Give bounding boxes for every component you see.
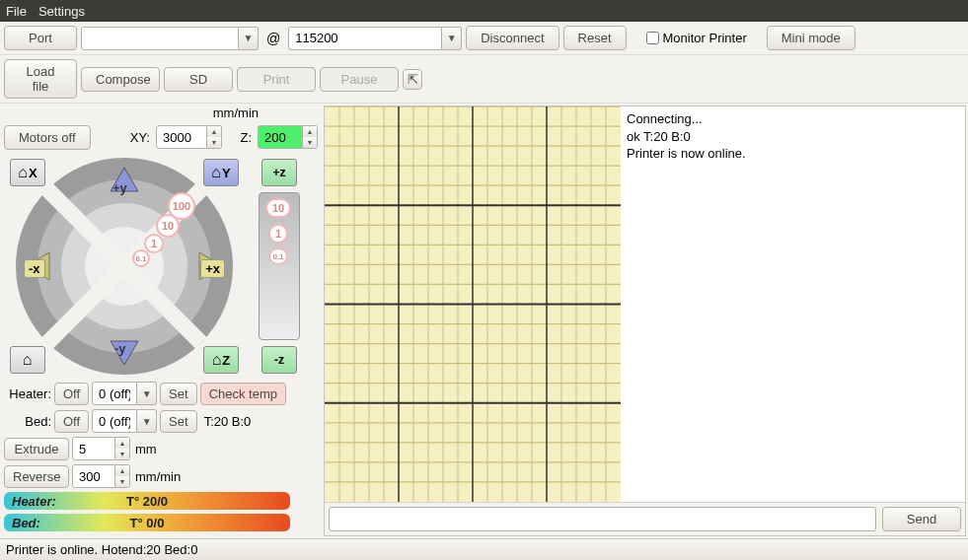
send-button[interactable]: Send — [882, 507, 961, 531]
heater-label: Heater: — [4, 386, 51, 401]
plus-x-label[interactable]: +x — [200, 259, 225, 278]
toolbar-connection: Port ▼ @ ▼ Disconnect Reset Monitor Prin… — [0, 22, 968, 55]
xy-label: XY: — [126, 130, 150, 145]
reverse-button[interactable]: Reverse — [4, 465, 69, 488]
left-panel: mm/min Motors off XY: ▲▼ Z: ▲▼ — [0, 104, 322, 538]
z-label: Z: — [228, 130, 252, 145]
load-file-button[interactable]: Load file — [4, 59, 77, 99]
z-step-10-badge[interactable]: 10 — [265, 198, 291, 218]
heater-temp-bar: Heater:T° 20/0 — [4, 492, 290, 510]
z-step-1-badge[interactable]: 1 — [268, 224, 288, 244]
reset-button[interactable]: Reset — [563, 26, 627, 50]
xy-feed-spinner[interactable]: ▲▼ — [207, 125, 222, 149]
port-button[interactable]: Port — [4, 26, 77, 50]
extrude-len-input[interactable] — [72, 437, 115, 460]
z-jog-column: +z 10 1 0.1 -z — [251, 153, 308, 380]
home-y-button[interactable]: Y — [203, 159, 239, 186]
console-output: Connecting... ok T:20 B:0 Printer is now… — [621, 106, 965, 502]
xy-feed-input[interactable] — [156, 125, 207, 149]
console-line: ok T:20 B:0 — [627, 128, 959, 146]
print-button[interactable]: Print — [237, 67, 316, 92]
port-input[interactable] — [81, 27, 239, 50]
minus-y-label[interactable]: -y — [114, 341, 126, 356]
feed-unit-label: mm/min — [213, 105, 259, 121]
mini-mode-button[interactable]: Mini mode — [767, 26, 856, 50]
pause-button[interactable]: Pause — [320, 67, 399, 92]
expand-button[interactable]: ⇱ — [403, 69, 422, 90]
port-dropdown-icon[interactable]: ▼ — [239, 27, 259, 50]
toolbar-file: Load file Compose SD Print Pause ⇱ — [0, 55, 968, 104]
z-step-01-badge[interactable]: 0.1 — [268, 247, 288, 265]
step-01-badge[interactable]: 0.1 — [132, 249, 150, 267]
mm-min-label: mm/min — [133, 469, 181, 484]
heater-off-button[interactable]: Off — [54, 383, 89, 405]
z-feed-spinner[interactable]: ▲▼ — [303, 125, 318, 149]
z-feed-input[interactable] — [258, 125, 303, 149]
menu-settings[interactable]: Settings — [38, 4, 85, 19]
baud-dropdown-icon[interactable]: ▼ — [442, 27, 462, 50]
step-10-badge[interactable]: 10 — [156, 214, 180, 238]
temp-readout: T:20 B:0 — [204, 414, 252, 429]
heater-temp-input[interactable] — [92, 382, 137, 405]
bed-temp-bar: Bed:T° 0/0 — [4, 514, 290, 531]
extrude-button[interactable]: Extrude — [4, 438, 69, 460]
compose-button[interactable]: Compose — [81, 67, 160, 92]
heater-temp-dropdown[interactable]: ▼ — [137, 382, 157, 405]
home-z-button[interactable]: Z — [203, 346, 239, 374]
home-all-button[interactable] — [10, 346, 45, 374]
monitor-printer-checkbox[interactable] — [646, 32, 659, 44]
menubar: File Settings — [0, 0, 968, 22]
status-text: Printer is online. Hotend:20 Bed:0 — [6, 542, 197, 557]
plus-z-button[interactable]: +z — [261, 159, 297, 186]
check-temp-button[interactable]: Check temp — [200, 383, 286, 405]
extrude-len-spinner[interactable]: ▲▼ — [115, 437, 130, 460]
mm-label: mm — [133, 442, 157, 456]
home-x-button[interactable]: X — [10, 159, 45, 186]
console-line: Printer is now online. — [627, 145, 959, 163]
reverse-rate-input[interactable] — [72, 464, 115, 488]
xy-jog-dial: X Y Z +y -y -x +x 100 10 1 0.1 — [4, 153, 245, 380]
sd-button[interactable]: SD — [164, 67, 233, 92]
at-separator: @ — [262, 31, 284, 46]
baud-input[interactable] — [288, 27, 442, 50]
baud-combo[interactable]: ▼ — [288, 27, 462, 50]
minus-z-button[interactable]: -z — [261, 346, 297, 374]
bed-off-button[interactable]: Off — [54, 410, 89, 433]
console-input[interactable] — [329, 507, 876, 531]
plus-y-label[interactable]: +y — [112, 180, 127, 195]
port-combo[interactable]: ▼ — [81, 27, 259, 50]
status-bar: Printer is online. Hotend:20 Bed:0 — [0, 538, 968, 560]
bed-temp-dropdown[interactable]: ▼ — [137, 409, 157, 433]
gcode-preview-grid[interactable] — [325, 106, 621, 502]
console-line: Connecting... — [627, 110, 959, 128]
bed-temp-input[interactable] — [92, 409, 137, 433]
monitor-printer-label: Monitor Printer — [663, 31, 747, 45]
disconnect-button[interactable]: Disconnect — [466, 26, 558, 50]
minus-x-label[interactable]: -x — [24, 259, 45, 278]
step-1-badge[interactable]: 1 — [144, 234, 164, 253]
right-panel: Connecting... ok T:20 B:0 Printer is now… — [324, 105, 966, 536]
bed-set-button[interactable]: Set — [160, 410, 197, 433]
menu-file[interactable]: File — [6, 4, 27, 19]
heater-set-button[interactable]: Set — [160, 383, 197, 405]
bed-label: Bed: — [4, 414, 51, 429]
motors-off-button[interactable]: Motors off — [4, 125, 91, 150]
reverse-rate-spinner[interactable]: ▲▼ — [115, 464, 130, 488]
